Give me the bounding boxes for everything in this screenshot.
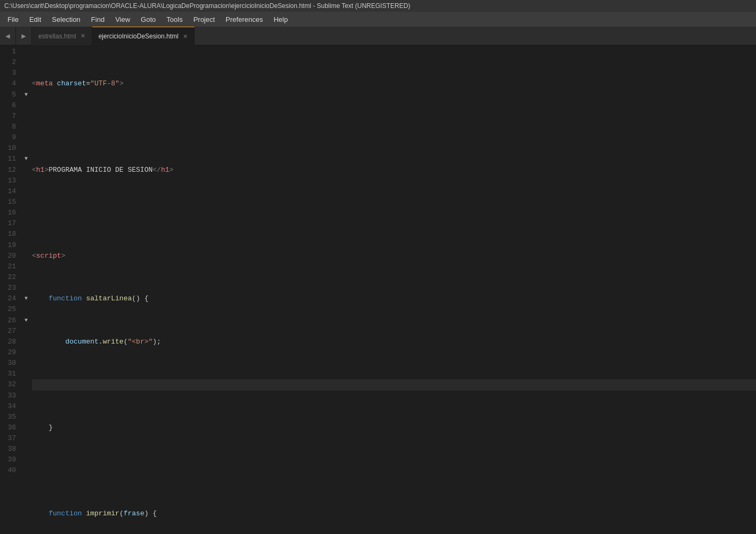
title-bar: C:\Users\carit\Desktop\programacion\ORAC…	[0, 0, 756, 12]
line-numbers: 12345 678910 1112131415 1617181920 21222…	[0, 45, 22, 534]
tab-estrellas-label: estrellas.html	[38, 33, 76, 40]
tab-ejercicio-label: ejercicioInicioDeSesion.html	[99, 33, 179, 40]
fold-arrows: ▼ ▼ ▼ ▼	[22, 45, 30, 534]
code-line-5: <script>	[32, 251, 756, 261]
menu-help[interactable]: Help	[268, 13, 293, 26]
tab-ejercicio-close[interactable]: ✕	[183, 33, 188, 40]
code-line-6: function saltarLinea() {	[32, 293, 756, 304]
code-line-10	[32, 465, 756, 476]
editor: 12345 678910 1112131415 1617181920 21222…	[0, 45, 756, 534]
code-line-3: <h1>PROGRAMA INICIO DE SESION</h1>	[32, 165, 756, 176]
tab-estrellas-close[interactable]: ✕	[81, 33, 85, 39]
menu-file[interactable]: File	[2, 13, 24, 26]
code-line-4	[32, 208, 756, 218]
code-line-11: function imprimir(frase) {	[32, 508, 756, 519]
menu-project[interactable]: Project	[188, 13, 220, 26]
menu-find[interactable]: Find	[86, 13, 110, 26]
tab-nav-prev[interactable]: ◀	[0, 27, 16, 45]
menu-edit[interactable]: Edit	[24, 13, 46, 26]
code-line-8	[32, 379, 756, 390]
tab-bar: ◀ ▶ estrellas.html ✕ ejercicioInicioDeSe…	[0, 27, 756, 45]
menu-selection[interactable]: Selection	[46, 13, 85, 26]
title-text: C:\Users\carit\Desktop\programacion\ORAC…	[4, 2, 410, 10]
code-line-9: }	[32, 423, 756, 433]
tab-estrellas[interactable]: estrellas.html ✕	[32, 27, 92, 45]
menu-view[interactable]: View	[110, 13, 135, 26]
menu-bar: File Edit Selection Find View Goto Tools…	[0, 12, 756, 27]
menu-tools[interactable]: Tools	[161, 13, 188, 26]
code-content[interactable]: <meta charset="UTF-8"> <h1>PROGRAMA INIC…	[30, 45, 756, 534]
code-line-1: <meta charset="UTF-8">	[32, 78, 756, 89]
menu-preferences[interactable]: Preferences	[220, 13, 268, 26]
code-line-2	[32, 122, 756, 132]
tab-ejercicio[interactable]: ejercicioInicioDeSesion.html ✕	[92, 27, 195, 45]
code-line-7: document.write("<br>");	[32, 337, 756, 347]
menu-goto[interactable]: Goto	[135, 13, 161, 26]
tab-nav-next[interactable]: ▶	[16, 27, 32, 45]
